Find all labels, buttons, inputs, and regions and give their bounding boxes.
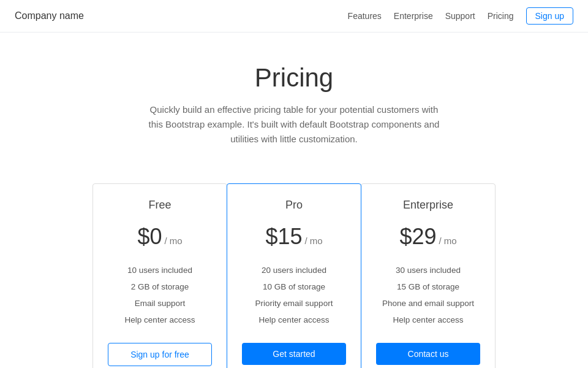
pricing-section: Free $0 / mo 10 users included2 GB of st… <box>0 171 588 368</box>
cta-button-enterprise[interactable]: Contact us <box>376 343 480 365</box>
feature-item: 10 GB of storage <box>242 278 346 295</box>
hero-section: Pricing Quickly build an effective prici… <box>0 33 588 171</box>
feature-item: Help center access <box>108 312 212 328</box>
pricing-card-free: Free $0 / mo 10 users included2 GB of st… <box>92 183 227 368</box>
feature-item: 30 users included <box>376 262 480 278</box>
features-list-free: 10 users included2 GB of storageEmail su… <box>108 262 212 328</box>
feature-item: Help center access <box>242 312 346 328</box>
feature-item: Priority email support <box>242 295 346 312</box>
features-list-pro: 20 users included10 GB of storagePriorit… <box>242 262 346 328</box>
nav-pricing[interactable]: Pricing <box>488 11 514 21</box>
plan-price-enterprise: $29 / mo <box>376 224 480 250</box>
cta-button-pro[interactable]: Get started <box>242 343 346 365</box>
nav-links: Features Enterprise Support Pricing Sign… <box>348 7 573 25</box>
feature-item: 10 users included <box>108 262 212 278</box>
feature-item: 15 GB of storage <box>376 278 480 295</box>
features-list-enterprise: 30 users included15 GB of storagePhone a… <box>376 262 480 328</box>
plan-name-free: Free <box>108 199 212 212</box>
plan-name-enterprise: Enterprise <box>376 199 480 212</box>
nav-support[interactable]: Support <box>445 11 475 21</box>
hero-description: Quickly build an effective pricing table… <box>147 102 441 147</box>
feature-item: Email support <box>108 295 212 312</box>
feature-item: Phone and email support <box>376 295 480 312</box>
pricing-card-pro: Pro $15 / mo 20 users included10 GB of s… <box>227 183 361 368</box>
navbar: Company name Features Enterprise Support… <box>0 0 588 33</box>
plan-price-free: $0 / mo <box>108 224 212 250</box>
feature-item: Help center access <box>376 312 480 328</box>
pricing-card-enterprise: Enterprise $29 / mo 30 users included15 … <box>361 183 496 368</box>
plan-price-pro: $15 / mo <box>242 224 346 250</box>
cta-button-free[interactable]: Sign up for free <box>108 343 212 366</box>
hero-title: Pricing <box>12 63 576 93</box>
feature-item: 2 GB of storage <box>108 278 212 295</box>
brand-name: Company name <box>15 10 84 21</box>
signup-button[interactable]: Sign up <box>526 7 573 25</box>
nav-enterprise[interactable]: Enterprise <box>394 11 433 21</box>
feature-item: 20 users included <box>242 262 346 278</box>
nav-features[interactable]: Features <box>348 11 382 21</box>
plan-name-pro: Pro <box>242 199 346 212</box>
